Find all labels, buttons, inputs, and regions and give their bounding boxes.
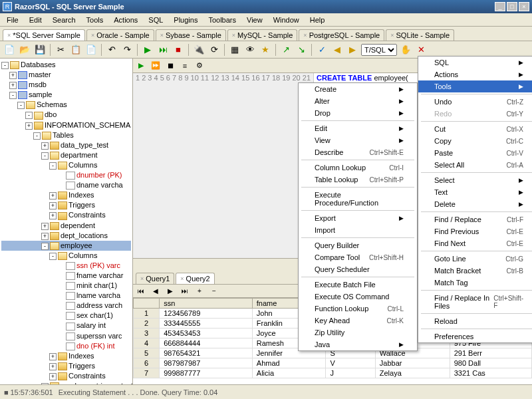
star-icon[interactable]: ★ [259,43,272,57]
tree-node[interactable]: -Columns [1,160,131,170]
tab-close-icon[interactable]: × [91,32,94,39]
menu-item[interactable]: Java▶ [299,338,417,350]
tree-toggle-icon[interactable]: + [25,122,33,130]
tool2-icon[interactable]: ⚙ [193,59,206,72]
menu-item[interactable]: RedoCtrl-Y [418,108,532,120]
tab-close-icon[interactable]: × [390,32,394,39]
menu-item[interactable]: Delete▶ [418,198,532,210]
exec3-icon[interactable]: ◼ [164,59,177,72]
tool-icon[interactable]: ✓ [315,43,329,57]
tab[interactable]: ×*SQL Server Sample [3,29,85,41]
table-row[interactable]: 6987987987AhmadVJabbar980 Dall [134,358,532,368]
tree-toggle-icon[interactable]: + [9,72,17,79]
menu-item[interactable]: Query Scheduler [299,263,417,275]
prev-row-icon[interactable]: ◀ [149,285,162,298]
tab-close-icon[interactable]: × [7,32,11,39]
tree-toggle-icon[interactable]: + [49,373,57,380]
menu-item[interactable]: Find NextCtrl-E [418,237,532,249]
menu-help[interactable]: Help [305,15,331,25]
stop-icon[interactable]: ■ [172,43,185,57]
view-icon[interactable]: 👁 [243,43,257,57]
tree-node[interactable]: -Schemas [1,100,131,110]
tab[interactable]: ×MySQL - Sample [227,29,298,41]
tree-node[interactable]: +Indexes [1,351,131,361]
tab-close-icon[interactable]: × [232,32,235,39]
close-tab-icon[interactable]: ✕ [414,43,428,57]
menu-sql[interactable]: SQL [143,15,168,25]
tree-toggle-icon[interactable]: + [9,82,17,89]
menu-item[interactable]: DescribeCtrl+Shift-E [299,146,417,158]
first-icon[interactable]: ⏮ [134,285,148,298]
menu-item[interactable]: Execute Batch File [299,279,417,291]
tree-toggle-icon[interactable]: + [49,212,57,219]
connect-icon[interactable]: 🔌 [192,43,205,57]
paste-icon[interactable]: 📄 [84,43,98,57]
tree-node[interactable]: dnumber (PK) [1,170,131,180]
tab-close-icon[interactable]: × [140,275,144,282]
tree-node[interactable]: -Tables [1,130,131,140]
minimize-button[interactable]: _ [495,2,505,11]
tree-toggle-icon[interactable]: + [41,223,49,230]
tree-node[interactable]: superssn varc [1,331,131,341]
refresh-icon[interactable]: ⟳ [207,43,221,57]
tree-toggle-icon[interactable]: - [9,92,17,99]
tree-node[interactable]: +Constraints [1,210,131,220]
menu-item[interactable]: PasteCtrl-V [418,147,532,159]
tree-toggle-icon[interactable]: - [41,243,49,250]
exec-icon[interactable]: ▶ [134,59,148,72]
column-header[interactable]: ssn [160,299,253,309]
menu-item[interactable]: Query Builder [299,239,417,251]
tree-toggle-icon[interactable]: - [33,132,41,140]
menu-item[interactable]: CopyCtrl-C [418,135,532,147]
menu-item[interactable]: Compare ToolCtrl+Shift-H [299,251,417,263]
menu-item[interactable]: Select AllCtrl-A [418,159,532,171]
tab-close-icon[interactable]: × [160,32,164,39]
menu-toolbars[interactable]: Toolbars [203,15,241,25]
tab[interactable]: ×PostgreSQL - Sample [299,29,384,41]
tree-toggle-icon[interactable]: - [49,162,57,170]
menu-item[interactable]: Match Tag [418,277,532,289]
prev-icon[interactable]: ◀ [331,43,344,57]
tree-toggle-icon[interactable]: + [41,142,49,150]
tree-node[interactable]: -sample [1,90,131,100]
menu-item[interactable]: Find PreviousCtrl-E [418,225,532,237]
menu-search[interactable]: Search [47,15,81,25]
menu-item[interactable]: Function LookupCtrl-L [299,303,417,315]
last-icon[interactable]: ⏭ [178,285,192,298]
menu-actions[interactable]: Actions [108,15,143,25]
tree-node[interactable]: ssn (PK) varc [1,261,131,271]
menu-item[interactable]: SQL▶ [418,57,532,68]
menu-item[interactable]: Create▶ [299,83,417,95]
tree-toggle-icon[interactable]: - [1,62,9,69]
menu-item[interactable]: Match BracketCtrl-B [418,265,532,277]
column-header[interactable] [134,299,160,309]
menu-item[interactable]: Preferences [418,331,532,342]
tree-node[interactable]: address varch [1,301,131,311]
run-icon[interactable]: ▶ [141,43,154,57]
open-icon[interactable]: 📂 [18,43,31,57]
undo-icon[interactable]: ↶ [105,43,118,57]
menu-plugins[interactable]: Plugins [168,15,203,25]
menu-item[interactable]: CutCtrl-X [418,123,532,135]
tree-toggle-icon[interactable]: - [41,152,49,160]
menu-item[interactable]: Import [299,224,417,236]
menu-file[interactable]: File [1,15,24,25]
menu-item[interactable]: Select▶ [418,174,532,186]
result-tab[interactable]: ×Query1 [136,273,174,284]
menu-item[interactable]: Find / ReplaceCtrl-F [418,213,532,225]
add-row-icon[interactable]: + [193,285,206,298]
cut-icon[interactable]: ✂ [54,43,67,57]
tree-node[interactable]: -Databases [1,60,131,70]
tab[interactable]: ×Oracle - Sample [86,29,154,41]
menu-item[interactable]: Zip Utility [299,327,417,338]
next-icon[interactable]: ▶ [346,43,359,57]
tree-node[interactable]: +INFORMATION_SCHEMA [1,120,131,130]
run-all-icon[interactable]: ⏭ [156,43,170,57]
format-icon[interactable]: ≡ [178,59,192,72]
tree-node[interactable]: +Constraints [1,371,131,381]
menu-item[interactable]: Goto LineCtrl-G [418,253,532,265]
tree-node[interactable]: lname varcha [1,291,131,301]
menu-item[interactable]: Edit▶ [299,122,417,134]
menu-item[interactable]: Actions▶ [418,68,532,80]
menu-item[interactable]: Execute Procedure/Function [299,189,417,209]
